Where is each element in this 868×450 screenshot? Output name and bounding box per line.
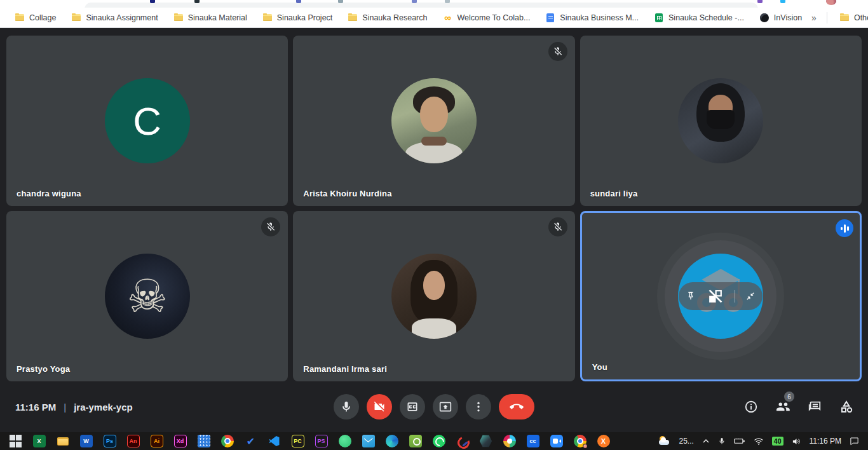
camera-off-button[interactable]	[367, 394, 392, 419]
mic-tray-icon[interactable]	[718, 437, 726, 446]
avatar-photo-shape	[412, 318, 456, 339]
action-center-icon[interactable]	[850, 437, 859, 446]
temperature-label[interactable]: 25...	[679, 437, 693, 446]
participant-name: sundari liya	[590, 189, 638, 198]
red-swirl-app-icon[interactable]	[451, 432, 474, 450]
bookmarks-bar: Collage Sinauka Assignment Sinauka Mater…	[0, 8, 868, 28]
battery-percent-badge[interactable]: 40	[772, 437, 783, 446]
calendar-icon[interactable]	[192, 432, 215, 450]
participant-tile-you[interactable]: You	[580, 211, 862, 381]
pycharm-icon[interactable]: PC	[286, 432, 309, 450]
photoshop-icon[interactable]: Ps	[98, 432, 121, 450]
bookmark-item[interactable]: ∞ Welcome To Colab...	[437, 11, 536, 25]
meeting-details-button[interactable]	[743, 399, 759, 414]
address-bar-fragment[interactable]	[85, 3, 758, 8]
start-button[interactable]	[4, 432, 27, 450]
browser-profile-avatar[interactable]	[826, 0, 836, 5]
remove-tile-button[interactable]	[706, 287, 725, 306]
microphone-button[interactable]	[334, 394, 359, 419]
minimize-tile-button[interactable]	[745, 290, 756, 302]
phpstorm-icon[interactable]: PS	[309, 432, 333, 450]
audio-speaking-indicator	[836, 219, 853, 237]
bookmark-label: Sinauka Assignment	[86, 13, 158, 22]
bookmarks-overflow-chevron[interactable]: »	[808, 11, 820, 24]
panel-buttons: 6	[743, 399, 854, 414]
bookmarks-divider	[827, 12, 827, 24]
participant-name: You	[592, 362, 607, 372]
more-options-button[interactable]	[466, 394, 491, 419]
present-button[interactable]	[433, 394, 458, 419]
taskbar-clock[interactable]: 11:16 PM	[810, 437, 841, 446]
extension-icon[interactable]	[296, 0, 301, 3]
bookmark-item[interactable]: Sinauka Research	[342, 11, 433, 25]
participant-avatar: ☠	[105, 254, 190, 339]
avatar-photo-shape	[423, 271, 445, 300]
slack-icon[interactable]	[498, 432, 521, 450]
participants-button[interactable]: 6	[775, 399, 790, 414]
chrome-profile-icon[interactable]	[568, 432, 592, 450]
activities-button[interactable]	[839, 399, 854, 414]
participant-avatar: C	[105, 78, 190, 163]
whatsapp-icon[interactable]	[427, 432, 451, 450]
edge-icon[interactable]	[380, 432, 403, 450]
bookmark-item[interactable]: Sinauka Assignment	[65, 11, 163, 25]
participant-tile-arista[interactable]: Arista Khoiru Nurdina	[293, 36, 574, 206]
participant-avatar	[391, 254, 477, 339]
extension-icon[interactable]	[445, 0, 450, 3]
tray-overflow-chevron[interactable]	[702, 437, 710, 445]
extension-icon[interactable]	[338, 0, 343, 3]
extension-icon[interactable]	[757, 0, 763, 3]
video-app-icon[interactable]	[545, 432, 568, 450]
avatar-photo-shape	[707, 110, 735, 129]
vscode-icon[interactable]	[262, 432, 286, 450]
folder-icon	[839, 13, 850, 23]
participant-avatar	[678, 78, 763, 163]
participant-tile-chandra[interactable]: C chandra wiguna	[6, 36, 288, 206]
hexagon-app-icon[interactable]	[474, 432, 498, 450]
bookmark-item[interactable]: Sinauka Material	[168, 11, 253, 25]
extension-icon[interactable]	[780, 0, 785, 3]
bookmark-item[interactable]: Sinauka Project	[257, 11, 339, 25]
participant-tile-sundari[interactable]: sundari liya	[580, 36, 862, 206]
extension-icon[interactable]	[150, 0, 155, 3]
bookmark-item[interactable]: Collage	[9, 11, 62, 25]
xampp-icon[interactable]: X	[592, 432, 615, 450]
participant-count-badge: 6	[784, 392, 794, 402]
end-call-button[interactable]	[499, 394, 534, 419]
system-tray: 25...	[658, 435, 864, 447]
adobe-xd-icon[interactable]: Xd	[168, 432, 192, 450]
android-studio-icon[interactable]	[333, 432, 356, 450]
file-explorer-icon[interactable]	[51, 432, 74, 450]
captions-button[interactable]	[400, 394, 425, 419]
animate-icon[interactable]: An	[121, 432, 145, 450]
todo-check-icon[interactable]: ✔	[239, 432, 262, 450]
illustrator-icon[interactable]: Ai	[145, 432, 168, 450]
audio-bar	[844, 224, 846, 233]
chat-button[interactable]	[807, 399, 822, 414]
meeting-info: 11:16 PM | jra-ymek-ycp	[15, 402, 133, 412]
bookmark-item[interactable]: Sinauka Business M...	[539, 11, 644, 25]
participant-name: Prastyo Yoga	[17, 364, 70, 374]
bookmark-label: InVision	[774, 13, 802, 22]
excel-icon[interactable]: X	[27, 432, 51, 450]
volume-icon[interactable]	[792, 437, 801, 446]
extension-icon[interactable]	[412, 0, 417, 3]
participant-name: chandra wiguna	[17, 189, 81, 198]
cc-app-icon[interactable]: cc	[521, 432, 545, 450]
chrome-icon[interactable]	[215, 432, 239, 450]
other-bookmarks-button[interactable]: Other bookmarks	[834, 11, 868, 25]
weather-icon[interactable]	[658, 435, 670, 447]
pin-button[interactable]	[685, 290, 696, 302]
bookmark-item[interactable]: InVision	[754, 11, 808, 25]
bookmark-item[interactable]: Sinauka Schedule -...	[648, 11, 750, 25]
extension-icon[interactable]	[194, 0, 200, 3]
screen-recorder-icon[interactable]	[403, 432, 427, 450]
word-icon[interactable]: W	[74, 432, 98, 450]
battery-icon[interactable]	[734, 437, 745, 445]
participant-tile-ramandani[interactable]: Ramandani Irma sari	[293, 211, 574, 381]
wifi-icon[interactable]	[754, 437, 764, 446]
bookmark-label: Sinauka Business M...	[560, 13, 639, 22]
participant-tile-prastyo[interactable]: ☠ Prastyo Yoga	[6, 211, 288, 381]
mail-icon[interactable]	[356, 432, 380, 450]
colab-icon: ∞	[442, 13, 452, 23]
